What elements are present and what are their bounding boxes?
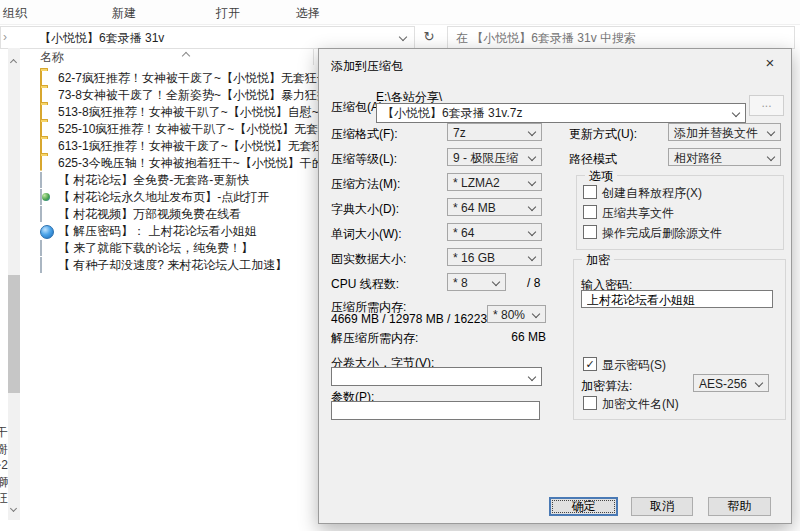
delete-after-option-label: 操作完成后删除源文件: [602, 225, 722, 242]
file-name: 【 村花论坛永久地址发布页】-点此打开: [58, 189, 269, 206]
help-button[interactable]: 帮助: [708, 497, 771, 516]
memory-percent-select[interactable]: * 80%: [487, 305, 546, 323]
browse-button[interactable]: ...: [749, 95, 784, 116]
column-divider[interactable]: [313, 48, 314, 65]
tree-item-fragment[interactable]: 獅: [0, 474, 8, 491]
scroll-up-icon[interactable]: [11, 54, 16, 68]
checkbox-unchecked[interactable]: [583, 205, 597, 219]
scrollbar-thumb[interactable]: [8, 275, 20, 393]
password-field-box: [581, 290, 773, 308]
tree-item-fragment[interactable]: 王干: [0, 424, 8, 441]
tree-item-fragment[interactable]: 2~1: [0, 458, 8, 472]
file-row[interactable]: 613-1疯狂推荐！女神被干废了~【小悦悦】无套狂干~惨叫不断: [24, 137, 314, 154]
file-row[interactable]: 513-8疯狂推荐！女神被干趴了~【小悦悦】自慰~啪啪~爽死了: [24, 103, 314, 120]
dictionary-value: * 64 MB: [453, 201, 496, 215]
cancel-button[interactable]: 取消: [631, 497, 693, 516]
html-file-icon: [40, 189, 42, 205]
toolbar-open[interactable]: 打开: [216, 5, 240, 22]
file-row[interactable]: 【 有种子却没速度? 来村花论坛人工加速】: [24, 256, 314, 273]
nav-scrollbar[interactable]: [8, 48, 20, 520]
toolbar-organize[interactable]: 组织: [3, 5, 27, 22]
parameters-field-box: [331, 401, 540, 420]
scroll-down-icon[interactable]: [11, 500, 16, 514]
level-value: 9 - 极限压缩: [453, 151, 518, 165]
folder-icon: [40, 155, 42, 171]
back-chevron-icon[interactable]: ›: [3, 30, 7, 44]
file-row[interactable]: 【 村花论坛】全免费-无套路-更新快: [24, 171, 314, 188]
file-row[interactable]: 【 来了就能下载的论坛，纯免费！】: [24, 239, 314, 256]
address-path[interactable]: 【小悦悦】6套录播 31v: [39, 30, 164, 47]
checkbox-unchecked[interactable]: [583, 396, 597, 410]
address-dropdown-icon[interactable]: [399, 33, 407, 41]
cpu-threads-value: * 8: [453, 276, 468, 290]
path-mode-label: 路径模式: [569, 151, 617, 168]
encryption-method-select[interactable]: AES-256: [693, 374, 769, 392]
archive-name-combo[interactable]: 【小悦悦】6套录播 31v.7z: [376, 103, 746, 123]
file-row[interactable]: 525-10疯狂推荐！女神被干趴了~【小悦悦】无套啪啪~爽死了: [24, 120, 314, 137]
file-row[interactable]: 【 村花视频】万部视频免费在线看: [24, 205, 314, 222]
add-to-archive-dialog: 添加到压缩包 × 压缩包(A) E:\各站分享\ 【小悦悦】6套录播 31v.7…: [318, 48, 792, 524]
sort-ascending-icon[interactable]: [183, 48, 189, 62]
update-mode-value: 添加并替换文件: [674, 126, 758, 140]
password-input[interactable]: [587, 293, 767, 308]
file-row[interactable]: 73-8女神被干废了！全新姿势~【小悦悦】暴力狂插~爽死了: [24, 86, 314, 103]
chevron-down-icon: [528, 203, 536, 211]
chevron-down-icon: [492, 278, 500, 286]
format-select[interactable]: 7z: [447, 123, 542, 141]
dictionary-label: 字典大小(D):: [331, 201, 399, 218]
refresh-button[interactable]: ↻: [417, 26, 441, 48]
file-row[interactable]: 625-3今晚压轴！女神被抱着狂干~【小悦悦】干的哇哇叫~爽: [24, 154, 314, 171]
update-mode-select[interactable]: 添加并替换文件: [668, 123, 781, 141]
path-mode-select[interactable]: 相对路径: [668, 148, 781, 166]
cpu-threads-select[interactable]: * 8: [447, 273, 506, 291]
solid-block-label: 固实数据大小:: [331, 251, 406, 268]
file-row[interactable]: 62-7疯狂推荐！女神被干废了~【小悦悦】无套狂干~惨叫不断: [24, 69, 314, 86]
file-row[interactable]: 【 解压密码】： 上村花论坛看小姐姐: [24, 222, 314, 239]
method-label: 压缩方法(M):: [331, 176, 400, 193]
decompress-memory-label: 解压缩所需内存:: [331, 330, 418, 347]
tree-item-fragment[interactable]: 狂: [0, 490, 8, 507]
dictionary-select[interactable]: * 64 MB: [447, 198, 542, 216]
chevron-down-icon[interactable]: [732, 109, 740, 117]
tree-item-fragment[interactable]: 王掰: [0, 441, 8, 458]
parameters-input[interactable]: [337, 403, 534, 419]
explorer-toolbar: 组织 新建 打开 选择: [0, 0, 800, 25]
chevron-down-icon: [528, 178, 536, 186]
path-mode-value: 相对路径: [674, 151, 722, 165]
chevron-down-icon[interactable]: [528, 373, 536, 381]
chevron-down-icon: [755, 379, 763, 387]
options-group-title: 选项: [585, 168, 617, 185]
word-size-select[interactable]: * 64: [447, 223, 542, 241]
refresh-icon: ↻: [424, 29, 435, 44]
text-file-icon: [40, 172, 42, 188]
file-row[interactable]: 【 村花论坛永久地址发布页】-点此打开: [24, 188, 314, 205]
text-file-icon: [40, 240, 42, 256]
browser-file-icon: [40, 225, 54, 239]
column-header-name[interactable]: 名称: [40, 49, 64, 66]
checkbox-unchecked[interactable]: [583, 225, 597, 239]
checkbox-unchecked[interactable]: [583, 185, 597, 199]
show-password-label: 显示密码(S): [602, 357, 666, 374]
encryption-group-title: 加密: [582, 252, 614, 269]
level-select[interactable]: 9 - 极限压缩: [447, 148, 542, 166]
address-bar[interactable]: › 【小悦悦】6套录播 31v: [0, 26, 415, 49]
chevron-down-icon: [767, 128, 775, 136]
cpu-threads-label: CPU 线程数:: [331, 276, 399, 293]
toolbar-select[interactable]: 选择: [296, 5, 320, 22]
checkbox-checked[interactable]: ✓: [583, 357, 597, 371]
chevron-down-icon: [528, 128, 536, 136]
folder-icon: [40, 121, 42, 137]
method-select[interactable]: * LZMA2: [447, 173, 542, 191]
solid-block-select[interactable]: * 16 GB: [447, 248, 542, 266]
ok-button[interactable]: 确定: [549, 497, 618, 516]
search-input[interactable]: [448, 27, 794, 48]
close-icon[interactable]: ×: [749, 49, 791, 79]
encryption-method-value: AES-256: [699, 377, 747, 391]
memory-usage-values: 4669 MB / 12978 MB / 16223 MB: [331, 312, 508, 326]
file-name: 【 有种子却没速度? 来村花论坛人工加速】: [58, 257, 287, 274]
split-volume-combo[interactable]: [331, 367, 542, 386]
level-label: 压缩等级(L):: [331, 151, 397, 168]
explorer-window: 组织 新建 打开 选择 › 【小悦悦】6套录播 31v ↻ 名称 王干 王掰 2…: [0, 0, 800, 531]
search-box[interactable]: [447, 26, 795, 49]
toolbar-new[interactable]: 新建: [112, 5, 136, 22]
